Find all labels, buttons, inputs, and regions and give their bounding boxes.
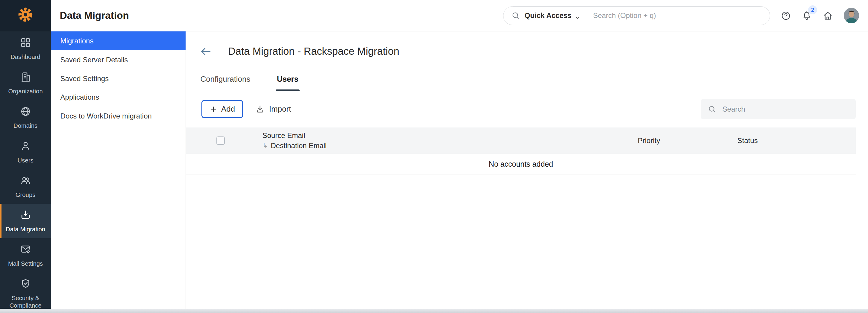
app-title: Data Migration [60,10,129,21]
table-header-row: Source Email ↳ Destination Email Priorit… [186,127,856,154]
dashboard-icon [20,37,31,50]
users-toolbar: Add Import [186,91,868,127]
sidebar-item-label: Users [18,157,33,164]
add-button[interactable]: Add [202,100,243,118]
destination-email-header: ↳ Destination Email [262,142,327,150]
sidebar-item-security-compliance[interactable]: Security & Compliance [0,273,51,313]
topbar-actions: Quick Access [503,6,859,25]
menu-item-label: Saved Server Details [60,56,128,64]
back-button[interactable] [199,45,212,58]
secondary-sidebar: Migrations Saved Server Details Saved Se… [51,31,186,309]
menu-item-docs-to-workdrive[interactable]: Docs to WorkDrive migration [51,107,186,126]
topbar: Data Migration Quick Access [51,0,868,31]
help-button[interactable] [781,10,791,21]
sidebar-item-data-migration[interactable]: Data Migration [0,204,51,238]
sidebar-item-organization[interactable]: Organization [0,66,51,100]
sidebar-item-label: Dashboard [10,53,40,61]
source-email-header: Source Email [262,131,327,140]
sidebar-item-users[interactable]: Users [0,135,51,169]
user-icon [20,140,31,153]
search-icon [511,11,520,20]
group-icon [20,175,31,188]
menu-item-label: Saved Settings [60,74,109,83]
search-icon [708,105,717,114]
global-search-box[interactable]: Quick Access [503,6,770,25]
column-source-destination: Source Email ↳ Destination Email [262,131,327,150]
sidebar-item-label: Organization [8,88,42,95]
sidebar-item-groups[interactable]: Groups [0,169,51,204]
page-head: Data Migration - Rackspace Migration [186,31,868,59]
import-icon [255,104,265,114]
sidebar-item-label: Security & Compliance [3,294,48,310]
primary-sidebar: Dashboard Organization Domains [0,0,51,309]
plus-icon [210,105,217,113]
mail-settings-icon [20,244,31,256]
add-button-label: Add [221,105,235,114]
search-divider [586,11,586,21]
import-button-label: Import [269,105,291,114]
notification-badge: 2 [808,5,817,14]
status-header: Status [738,136,856,145]
data-migration-icon [20,209,31,222]
destination-email-label: Destination Email [271,142,327,150]
empty-state-message: No accounts added [186,154,856,174]
priority-header: Priority [638,136,738,145]
user-avatar[interactable] [844,8,859,23]
table-search-input[interactable] [721,104,849,114]
table-search-box[interactable] [701,99,856,119]
sidebar-item-label: Domains [13,122,37,130]
menu-item-migrations[interactable]: Migrations [51,31,186,50]
sidebar-item-dashboard[interactable]: Dashboard [0,31,51,66]
import-button[interactable]: Import [255,104,291,114]
tab-configurations[interactable]: Configurations [199,69,251,91]
app-window: Dashboard Organization Domains [0,0,868,313]
sidebar-item-mail-settings[interactable]: Mail Settings [0,238,51,273]
notifications-button[interactable]: 2 [802,10,812,21]
menu-item-label: Migrations [60,37,94,45]
select-all-checkbox[interactable] [216,136,225,145]
menu-item-saved-server-details[interactable]: Saved Server Details [51,50,186,69]
window-bottom-edge [0,309,868,313]
menu-item-applications[interactable]: Applications [51,88,186,107]
gear-logo-icon [18,7,33,25]
globe-icon [20,106,31,119]
organization-icon [20,71,31,84]
tab-users[interactable]: Users [276,69,299,91]
app-logo[interactable] [0,0,51,31]
sidebar-item-label: Mail Settings [8,260,43,268]
quick-access-dropdown[interactable]: Quick Access [525,11,580,20]
home-button[interactable] [823,10,833,21]
global-search-input[interactable] [592,11,762,20]
chevron-down-icon [575,12,580,19]
title-divider [220,44,220,59]
sidebar-item-label: Data Migration [6,226,45,233]
elbow-arrow-icon: ↳ [262,143,268,149]
sidebar-item-domains[interactable]: Domains [0,100,51,135]
sidebar-item-label: Groups [16,191,36,199]
page-title: Data Migration - Rackspace Migration [228,45,399,57]
menu-item-saved-settings[interactable]: Saved Settings [51,69,186,88]
menu-item-label: Applications [60,93,99,101]
quick-access-label: Quick Access [525,11,572,20]
main-content: Data Migration - Rackspace Migration Con… [186,31,868,309]
shield-check-icon [20,278,31,291]
menu-item-label: Docs to WorkDrive migration [60,112,152,120]
tab-bar: Configurations Users [186,69,868,91]
